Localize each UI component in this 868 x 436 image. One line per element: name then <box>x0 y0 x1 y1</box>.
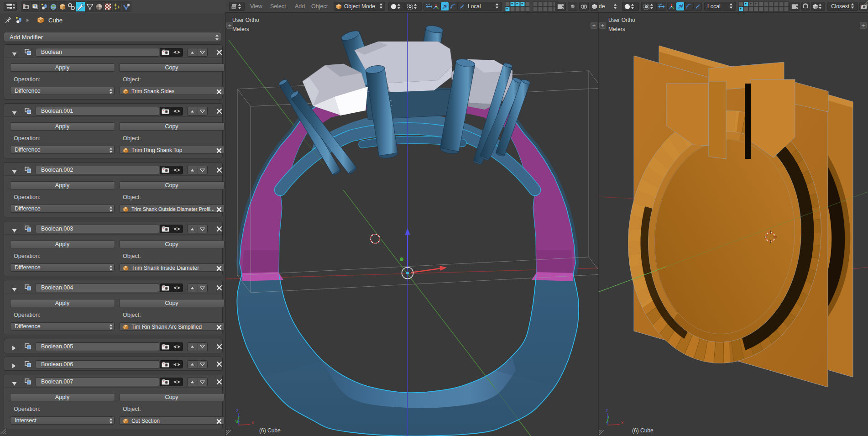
svg-text:z: z <box>236 408 239 413</box>
svg-text:z: z <box>606 408 608 413</box>
svg-text:x: x <box>621 420 624 425</box>
svg-text:x: x <box>251 420 254 425</box>
